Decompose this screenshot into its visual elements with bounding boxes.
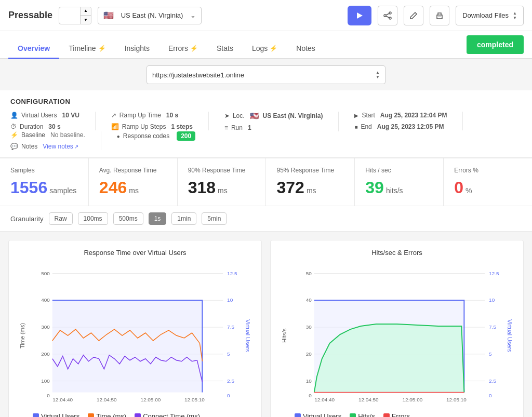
tab-logs[interactable]: Logs ⚡: [243, 39, 287, 59]
config-row-steps: 📶 Ramp Up Steps 1 steps: [111, 123, 193, 130]
svg-text:300: 300: [41, 324, 50, 330]
stop-icon: ■: [354, 124, 357, 130]
tab-timeline[interactable]: Timeline ⚡: [59, 39, 115, 59]
granularity-bar: Granularity Raw 100ms 500ms 1s 1min 5min: [0, 206, 532, 232]
url-bar[interactable]: https://justatestwebsite1.online ▲▼: [147, 65, 385, 84]
svg-text:10: 10: [227, 297, 233, 303]
vu-input[interactable]: 1: [59, 11, 80, 19]
users-icon: 👤: [10, 112, 18, 119]
rampup-icon: ↗: [111, 112, 116, 119]
tab-notes-label: Notes: [296, 44, 315, 52]
chart-hits-errors: Hits/sec & Errors Hits/s 50 40 30 20 10: [270, 240, 524, 417]
svg-text:10: 10: [306, 378, 312, 384]
rampup-value: 10 s: [166, 112, 178, 119]
svg-text:12:05:00: 12:05:00: [403, 397, 423, 402]
gran-1s[interactable]: 1s: [149, 212, 167, 225]
tab-overview[interactable]: Overview: [8, 39, 59, 59]
tab-overview-label: Overview: [18, 44, 50, 52]
chart2-y2-label: Virtual Users: [504, 263, 515, 408]
gran-raw[interactable]: Raw: [49, 212, 73, 225]
view-notes-link[interactable]: View notes ↗: [43, 143, 78, 150]
stat-errors-label: Errors %: [454, 167, 522, 174]
svg-text:5: 5: [489, 351, 492, 357]
config-block-baseline: ⚡ Baseline No baseline. 💬 Notes View not…: [10, 131, 101, 150]
share-button[interactable]: [378, 6, 397, 25]
chart1-svg: 500 400 300 200 100 0 12.5 10 7.5 5 2.5 …: [32, 263, 238, 408]
gran-500ms[interactable]: 500ms: [113, 212, 143, 225]
svg-text:2.5: 2.5: [489, 378, 496, 384]
stat-avg-response: Avg. Response Time 246ms: [89, 158, 178, 206]
run-icon: ≡: [224, 124, 228, 131]
tab-notes[interactable]: Notes: [287, 39, 325, 59]
tab-insights-label: Insights: [125, 44, 150, 52]
stat-95-label: 95% Response Time: [276, 167, 344, 174]
stat-hits-value: 39: [365, 178, 384, 197]
notes-icon: 💬: [10, 143, 18, 150]
svg-text:400: 400: [41, 297, 50, 303]
url-text: https://justatestwebsite1.online: [152, 71, 244, 79]
stat-samples-unit: samples: [49, 186, 76, 195]
region-selector[interactable]: 🇺🇸 US East (N. Virginia) ⌄: [98, 7, 202, 24]
svg-line-5: [386, 16, 389, 18]
config-title: CONFIGURATION: [10, 98, 522, 105]
stat-errors-unit: %: [466, 186, 472, 195]
chart1-title: Response Time over Virtual Users: [17, 249, 253, 257]
config-row-codes: ● Response codes 200: [117, 131, 195, 141]
stat-90-unit: ms: [218, 186, 228, 195]
svg-text:12:04:40: 12:04:40: [52, 397, 73, 402]
url-bar-section: https://justatestwebsite1.online ▲▼: [0, 59, 532, 90]
gran-1min[interactable]: 1min: [171, 212, 196, 225]
notes-label: Notes: [21, 143, 37, 150]
loc-flag-icon: 🇺🇸: [250, 112, 259, 120]
tab-errors[interactable]: Errors ⚡: [159, 39, 207, 59]
vu-stepper[interactable]: 1 ▲ ▼: [59, 7, 91, 24]
svg-text:12:05:10: 12:05:10: [446, 397, 467, 402]
svg-marker-0: [357, 12, 363, 19]
stat-avg-label: Avg. Response Time: [99, 167, 167, 174]
svg-text:7.5: 7.5: [227, 324, 234, 330]
svg-point-3: [389, 17, 391, 19]
run-label: Run: [231, 124, 243, 131]
app-logo: Pressable: [8, 10, 52, 21]
baseline-label: Baseline: [21, 131, 45, 139]
tab-timeline-label: Timeline: [69, 44, 96, 52]
svg-text:12:05:00: 12:05:00: [141, 397, 161, 402]
start-label: Start: [362, 112, 375, 119]
completed-button[interactable]: completed: [467, 35, 524, 54]
config-block-users: 👤 Virtual Users 10 VU ⏱ Duration 30 s: [10, 112, 96, 130]
stat-90-label: 90% Response Time: [188, 167, 256, 174]
vu-increment[interactable]: ▲: [81, 7, 91, 16]
region-label: US East (N. Virginia): [121, 11, 183, 19]
vu-decrement[interactable]: ▼: [81, 16, 91, 24]
svg-text:12:05:10: 12:05:10: [184, 397, 205, 402]
svg-marker-25: [52, 300, 203, 392]
edit-button[interactable]: [404, 6, 423, 25]
tab-logs-label: Logs: [252, 44, 268, 52]
loc-label: Loc.: [233, 112, 245, 119]
stat-95-unit: ms: [307, 186, 316, 195]
gran-5min[interactable]: 5min: [202, 212, 227, 225]
dot-icon: ●: [117, 133, 120, 139]
tab-stats-label: Stats: [217, 44, 233, 52]
tab-stats[interactable]: Stats: [207, 39, 243, 59]
config-details: 👤 Virtual Users 10 VU ⏱ Duration 30 s ↗ …: [10, 112, 522, 150]
gran-100ms[interactable]: 100ms: [78, 212, 108, 225]
print-button[interactable]: [430, 6, 449, 25]
play-button[interactable]: [348, 6, 371, 25]
granularity-label: Granularity: [10, 215, 44, 223]
config-row-run: ≡ Run 1: [224, 124, 323, 131]
tab-insights[interactable]: Insights: [115, 39, 159, 59]
download-files-button[interactable]: Download Files ▲▼: [456, 6, 524, 25]
stat-errors: Errors % 0%: [444, 158, 532, 206]
svg-text:0: 0: [227, 393, 230, 398]
errors-badge-icon: ⚡: [190, 45, 198, 52]
external-link-icon: ↗: [74, 144, 78, 150]
vu-value: 10 VU: [62, 112, 79, 119]
stat-hits: Hits / sec 39hits/s: [355, 158, 444, 206]
region-chevron-icon: ⌄: [190, 11, 196, 19]
tab-errors-label: Errors: [168, 44, 188, 52]
svg-text:30: 30: [306, 324, 312, 330]
svg-text:40: 40: [306, 297, 312, 303]
svg-text:2.5: 2.5: [227, 378, 234, 384]
legend2-errors: Errors: [383, 412, 410, 417]
